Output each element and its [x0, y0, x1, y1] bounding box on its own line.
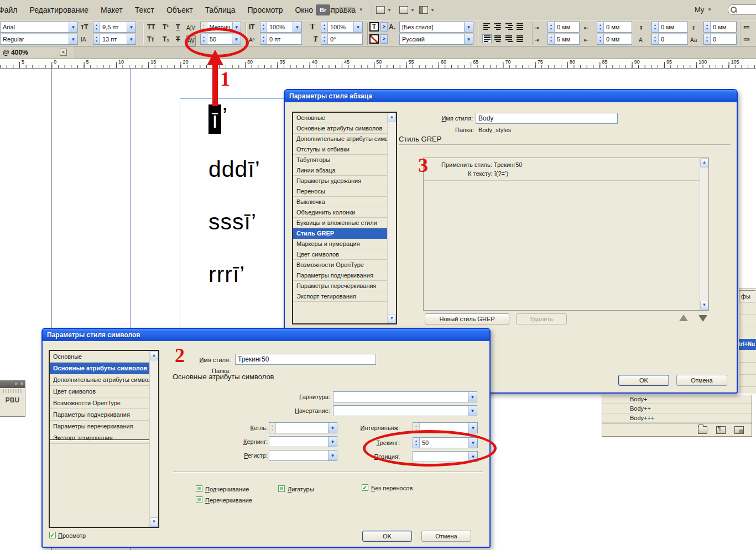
first-line-indent-field[interactable]: ▲▼5 мм — [548, 34, 580, 45]
delete-grep-style-button[interactable]: Удалить — [516, 313, 567, 324]
section-item[interactable]: Отступы и отбивки — [293, 144, 389, 155]
section-item[interactable]: Параметры перечеркивания — [50, 421, 152, 432]
dropdown-arrow-icon[interactable]: ▼ — [127, 34, 135, 44]
section-item[interactable]: Объединить колонки — [293, 207, 389, 218]
spinner[interactable]: ▲▼ — [704, 22, 711, 32]
search-input[interactable] — [728, 4, 756, 15]
selected-style-shortcut[interactable]: trl+Nu — [739, 339, 756, 350]
font-style-field[interactable]: Regular▼ — [0, 34, 78, 45]
text-line[interactable]: dddī’ — [208, 156, 260, 182]
strikethrough-checkbox[interactable] — [196, 496, 202, 503]
section-item[interactable]: Стиль GREP — [293, 228, 389, 239]
justify-all-button[interactable] — [515, 34, 525, 43]
menu-item[interactable]: Файл — [0, 6, 23, 14]
style-name-input[interactable]: Body — [476, 113, 618, 124]
close-tab-icon[interactable]: × — [60, 49, 67, 56]
screen-mode-button[interactable]: ▼ — [419, 5, 438, 15]
scroll-down-icon[interactable]: ▼ — [388, 314, 396, 323]
space-before-field[interactable]: ▲▼0 мм — [651, 22, 688, 33]
dropdown-arrow-icon[interactable]: ▼ — [464, 22, 473, 32]
expand-arrow-icon[interactable]: > — [380, 22, 388, 32]
text-line[interactable]: sssī’ — [208, 209, 257, 235]
align-center-button[interactable] — [493, 22, 503, 31]
section-item[interactable]: Цвет символов — [50, 386, 152, 397]
leading-field[interactable]: ▲▼13 пт▼ — [93, 34, 136, 45]
dialog-title-bar[interactable]: Параметры стиля символов — [43, 329, 489, 341]
arrange-documents-button[interactable]: ▼ — [376, 5, 395, 15]
menu-item[interactable]: Таблица — [199, 6, 242, 14]
bridge-button[interactable]: Br — [316, 4, 330, 15]
section-item[interactable]: Возможности OpenType — [293, 260, 389, 270]
numbered-list-icon[interactable]: ≕ — [743, 34, 750, 44]
new-style-icon[interactable] — [734, 426, 744, 434]
list-scrollbar[interactable]: ▲▼ — [149, 351, 158, 527]
scroll-down-icon[interactable]: ▼ — [150, 517, 158, 527]
section-item[interactable]: Линии абзаца — [293, 165, 389, 176]
expand-panel-icon[interactable]: » — [15, 380, 18, 388]
character-formatting-toggle[interactable]: T — [369, 22, 379, 32]
font-style-field[interactable]: ▼ — [333, 405, 477, 416]
justify-last-right-button[interactable] — [504, 34, 514, 43]
space-after-field[interactable]: ▲▼0 мм — [703, 22, 737, 33]
font-size-field[interactable]: ▲▼9,5 пт▼ — [93, 22, 136, 33]
grep-styles-box[interactable]: Применить стиль: Трекинг50 К тексту: ī(?… — [423, 158, 709, 311]
menu-item[interactable]: Текст — [129, 6, 160, 14]
section-item[interactable]: Цвет символов — [293, 249, 389, 260]
horizontal-ruler[interactable]: 5051015202530354045505560657075808590951… — [0, 59, 756, 69]
spinner[interactable]: ▲▼ — [260, 34, 267, 44]
language-field[interactable]: Русский▼ — [399, 34, 473, 45]
no-break-checkbox[interactable] — [362, 484, 368, 491]
spinner[interactable]: ▲▼ — [321, 22, 328, 32]
section-item[interactable]: Основные атрибуты символов — [293, 123, 389, 134]
dropdown-arrow-icon[interactable]: ▼ — [468, 392, 477, 402]
menu-item[interactable]: Редактирование — [23, 6, 95, 14]
section-item[interactable]: Экспорт тегирования — [50, 432, 152, 444]
no-fill-toggle[interactable] — [369, 34, 379, 44]
spinner[interactable]: ▲▼ — [321, 34, 328, 44]
text-line[interactable]: rrrī’ — [208, 261, 245, 287]
align-right-button[interactable] — [504, 22, 514, 31]
dropdown-arrow-icon[interactable]: ▼ — [464, 34, 473, 44]
menu-item[interactable]: Просмотр — [242, 6, 289, 14]
new-paragraph-style-icon[interactable] — [716, 426, 726, 434]
spinner[interactable]: ▲▼ — [652, 22, 659, 32]
spinner[interactable]: ▲▼ — [652, 34, 659, 44]
list-scrollbar[interactable]: ▲▼ — [387, 113, 396, 323]
spinner[interactable]: ▲▼ — [704, 34, 711, 44]
section-item[interactable]: Маркеры и нумерация — [293, 239, 389, 249]
section-item[interactable]: Параметры перечеркивания — [293, 281, 389, 291]
dialog-title-bar[interactable]: Параметры стиля абзаца — [285, 90, 737, 102]
selected-text[interactable]: ī — [208, 104, 221, 134]
align-left-button[interactable] — [482, 22, 492, 31]
document-tab[interactable]: @ 400% × — [0, 46, 75, 59]
superscript-icon[interactable]: T¹ — [163, 22, 169, 32]
view-options-button[interactable]: ▼ — [399, 5, 418, 15]
section-item[interactable]: Переносы — [293, 186, 389, 197]
strikethrough-icon[interactable]: Ŧ — [176, 34, 180, 44]
spinner[interactable]: ▲▼ — [548, 22, 555, 32]
section-item[interactable]: Параметры удержания — [293, 176, 389, 186]
font-family-field[interactable]: Arial▼ — [0, 22, 78, 33]
scroll-down-icon[interactable]: ▼ — [700, 301, 708, 310]
spinner[interactable]: ▲▼ — [93, 22, 100, 32]
cancel-button[interactable]: Отмена — [421, 531, 471, 542]
ok-button[interactable]: OK — [618, 375, 669, 386]
spinner[interactable]: ▲▼ — [269, 423, 276, 433]
grep-scrollbar[interactable]: ▲▼ — [700, 158, 708, 310]
drop-cap-lines-field[interactable]: ▲▼0 — [651, 34, 688, 45]
spinner[interactable]: ▲▼ — [597, 34, 604, 44]
justify-last-left-button[interactable] — [482, 34, 492, 43]
section-item[interactable]: Буквицы и вложенные стили — [293, 218, 389, 228]
scroll-up-icon[interactable]: ▲ — [150, 351, 158, 360]
dropdown-arrow-icon[interactable]: ▼ — [468, 423, 477, 433]
justify-last-center-button[interactable] — [493, 34, 503, 43]
small-caps-icon[interactable]: Tт — [147, 34, 154, 44]
section-item[interactable]: Выключка — [293, 197, 389, 207]
skew-field[interactable]: ▲▼0° — [321, 34, 363, 45]
dropdown-arrow-icon[interactable]: ▼ — [468, 406, 477, 416]
section-item[interactable]: Табуляторы — [293, 155, 389, 165]
grep-rule-apply[interactable]: Применить стиль: Трекинг50 — [424, 158, 708, 168]
close-panel-icon[interactable]: × — [20, 380, 23, 388]
horizontal-scale-field[interactable]: ▲▼100%▼ — [321, 22, 363, 33]
dropdown-arrow-icon[interactable]: ▼ — [127, 22, 135, 32]
